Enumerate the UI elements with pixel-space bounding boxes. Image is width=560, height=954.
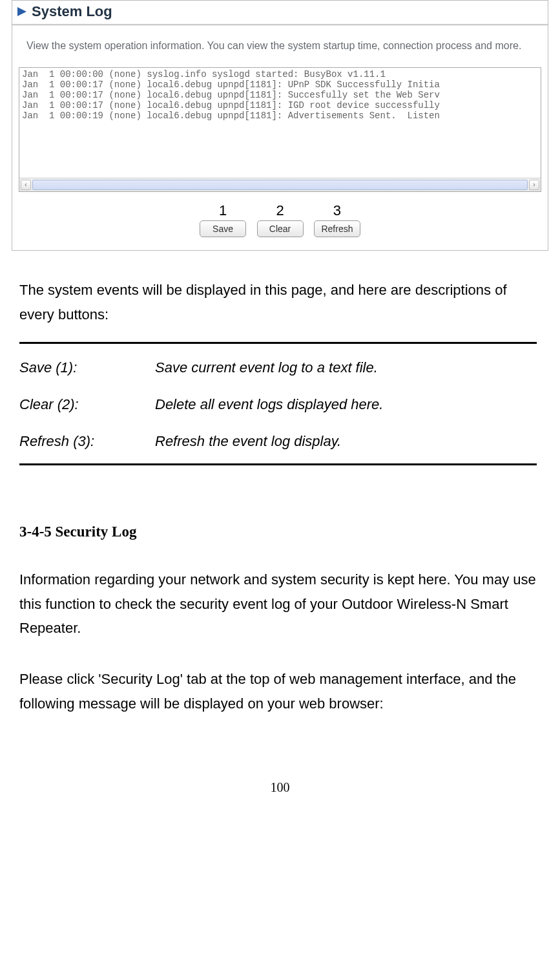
svg-marker-0: [17, 7, 26, 16]
security-log-paragraph-1: Information regarding your network and s…: [19, 567, 537, 640]
log-box: Jan 1 00:00:00 (none) syslog.info syslog…: [19, 67, 541, 192]
refresh-button[interactable]: Refresh: [314, 220, 360, 237]
button-description-table: Save (1): Save current event log to a te…: [19, 342, 537, 465]
row-desc: Delete all event logs displayed here.: [155, 394, 383, 415]
save-button[interactable]: Save: [200, 220, 246, 237]
panel-title: System Log: [32, 3, 112, 20]
scroll-left-arrow-icon[interactable]: ‹: [21, 180, 31, 190]
triangle-icon: [16, 6, 28, 17]
security-log-paragraph-2: Please click 'Security Log' tab at the t…: [19, 667, 537, 716]
row-label: Clear (2):: [19, 394, 155, 415]
table-row: Refresh (3): Refresh the event log displ…: [19, 423, 537, 460]
scroll-track[interactable]: [32, 180, 528, 190]
table-row: Clear (2): Delete all event logs display…: [19, 386, 537, 423]
number-3-label: 3: [310, 202, 364, 219]
log-textarea[interactable]: Jan 1 00:00:00 (none) syslog.info syslog…: [19, 68, 541, 178]
scroll-right-arrow-icon[interactable]: ›: [529, 180, 539, 190]
panel-description: View the system operation information. Y…: [12, 26, 548, 63]
row-label: Save (1):: [19, 357, 155, 378]
log-horizontal-scrollbar[interactable]: ‹ ›: [19, 178, 541, 191]
row-desc: Save current event log to a text file.: [155, 357, 378, 378]
table-row: Save (1): Save current event log to a te…: [19, 349, 537, 386]
intro-paragraph: The system events will be displayed in t…: [19, 278, 537, 326]
button-row: 1 2 3 Save Clear Refresh: [12, 197, 548, 250]
number-1-label: 1: [196, 202, 250, 219]
number-2-label: 2: [253, 202, 307, 219]
clear-button[interactable]: Clear: [257, 220, 304, 237]
section-heading: 3-4-5 Security Log: [19, 524, 537, 540]
row-label: Refresh (3):: [19, 430, 155, 452]
panel-header: System Log: [12, 1, 548, 24]
row-desc: Refresh the event log display.: [155, 430, 341, 452]
system-log-panel: System Log View the system operation inf…: [12, 0, 548, 251]
button-number-labels: 1 2 3: [12, 202, 548, 219]
page-number: 100: [0, 780, 560, 808]
